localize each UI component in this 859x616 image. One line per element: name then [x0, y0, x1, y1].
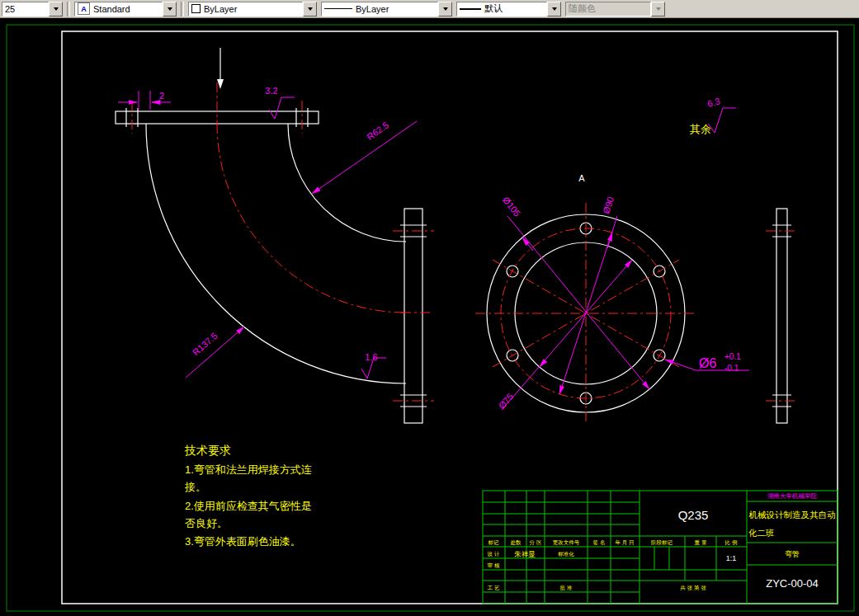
roughness-symbol-icon — [708, 108, 736, 133]
dim-outer-diameter: Ø105 — [501, 195, 522, 218]
dim-hole-tol-lower: -0.1 — [724, 364, 739, 373]
model-space: A 2 3.2 R62.5 R137.5 1 — [0, 18, 859, 616]
dropdown-arrow-icon — [651, 2, 665, 16]
lineweight-sample-icon — [460, 8, 481, 10]
dim-scale-combo[interactable]: 25 — [2, 2, 63, 16]
section-arrow-icon — [217, 79, 224, 89]
tech-req-line: 2.使用前应检查其气密性是 — [185, 500, 312, 512]
properties-toolbar: 25 A Standard ByLayer ByLayer 默认 随颜色 — [0, 0, 859, 18]
tb-role-check: 审 核 — [488, 562, 500, 568]
tb-header-mark: 标记 — [488, 539, 500, 546]
dim-bolt-circle-diameter: Ø90 — [601, 195, 616, 214]
linetype-value: ByLayer — [356, 4, 389, 14]
tb-scale-value: 1:1 — [726, 554, 737, 562]
dim-hole-tol-upper: +0.1 — [724, 352, 741, 361]
tb-header-change-file: 更改文件号 — [553, 539, 580, 546]
view-label: A — [578, 173, 585, 183]
dim-hole-diameter: Ø6 — [699, 356, 716, 370]
plot-style-combo: 随颜色 — [565, 2, 665, 16]
tb-header-scale: 比 例 — [725, 539, 738, 546]
linetype-sample-icon — [324, 8, 352, 9]
tb-role-approve: 批 准 — [560, 585, 573, 591]
drawing-frame — [62, 31, 838, 604]
dropdown-arrow-icon[interactable] — [303, 2, 317, 16]
tb-drawing-number: ZYC-00-04 — [766, 577, 819, 590]
dim-roughness-top: 3.2 — [265, 86, 277, 96]
dropdown-arrow-icon[interactable] — [547, 2, 561, 16]
tech-requirements: 技术要求 1.弯管和法兰用焊接方式连 接。 2.使用前应检查其气密性是 否良好。… — [184, 444, 312, 548]
lineweight-value: 默认 — [484, 2, 503, 15]
lineweight-combo[interactable]: 默认 — [456, 2, 561, 16]
dimensions — [118, 91, 749, 410]
viewport-border — [7, 25, 854, 611]
text-style-icon: A — [78, 2, 90, 15]
tb-part-name: 弯管 — [785, 550, 800, 558]
dropdown-arrow-icon[interactable] — [438, 2, 452, 16]
linetype-combo[interactable]: ByLayer — [321, 2, 452, 16]
text-style-combo[interactable]: A Standard — [74, 2, 177, 16]
toolbar-separator — [181, 2, 184, 16]
text-style-value: Standard — [93, 4, 130, 14]
dim-flange-thickness: 2 — [159, 91, 164, 101]
tb-header-zone: 分 区 — [530, 539, 542, 545]
dim-bore-diameter: Ø75 — [497, 392, 516, 411]
dim-inner-radius: R62.5 — [365, 120, 390, 142]
tb-role-design: 设 计 — [488, 551, 500, 557]
dim-outer-radius: R137.5 — [191, 331, 219, 357]
tb-class-line1: 机械设计制造及其自动 — [749, 510, 836, 520]
drawing-canvas[interactable]: A 2 3.2 R62.5 R137.5 1 — [0, 18, 859, 616]
tb-header-date: 年 月 日 — [615, 539, 634, 546]
tech-req-line: 1.弯管和法兰用焊接方式连 — [185, 463, 312, 476]
color-value: ByLayer — [204, 4, 237, 14]
tb-header-stage-mark: 阶段标记 — [651, 539, 673, 546]
tb-role-standardization: 标准化 — [557, 551, 574, 557]
tech-req-line: 否良好。 — [185, 517, 228, 529]
tb-material: Q235 — [678, 508, 709, 522]
tb-header-sheet: 共 张 第 张 — [680, 585, 706, 591]
tech-req-line: 3.弯管外表面刷色油漆。 — [185, 535, 301, 548]
tb-designer-name: 朱祥显 — [514, 550, 536, 558]
elbow-side-view — [116, 48, 427, 423]
dim-roughness-inner: 1.6 — [365, 352, 377, 362]
tech-req-line: 接。 — [184, 481, 206, 493]
tb-school: 湖南大学机械学院 — [767, 492, 818, 500]
tb-role-process: 工 艺 — [488, 585, 500, 590]
dim-roughness-rest-value: 6.3 — [706, 96, 721, 109]
tb-header-weight: 重 量 — [695, 539, 707, 545]
roughness-symbol-icon — [269, 97, 295, 119]
dim-scale-value: 25 — [5, 4, 15, 14]
flange-front-view — [487, 209, 791, 423]
color-swatch-icon — [191, 4, 201, 13]
tech-req-title: 技术要求 — [184, 444, 231, 457]
tb-header-count: 处数 — [511, 539, 522, 546]
toolbar-separator — [67, 2, 70, 16]
color-combo[interactable]: ByLayer — [188, 2, 317, 16]
dimension-texts: 2 3.2 R62.5 R137.5 1.6 Ø105 Ø90 Ø75 Ø6 +… — [159, 86, 741, 411]
roughness-rest-label: 其余 — [690, 123, 711, 135]
plot-style-value: 随颜色 — [569, 2, 596, 15]
tb-header-signature: 签 名 — [593, 539, 606, 546]
tb-class-line2: 化二班 — [748, 528, 775, 538]
dropdown-arrow-icon[interactable] — [49, 2, 63, 16]
dropdown-arrow-icon[interactable] — [163, 2, 177, 16]
